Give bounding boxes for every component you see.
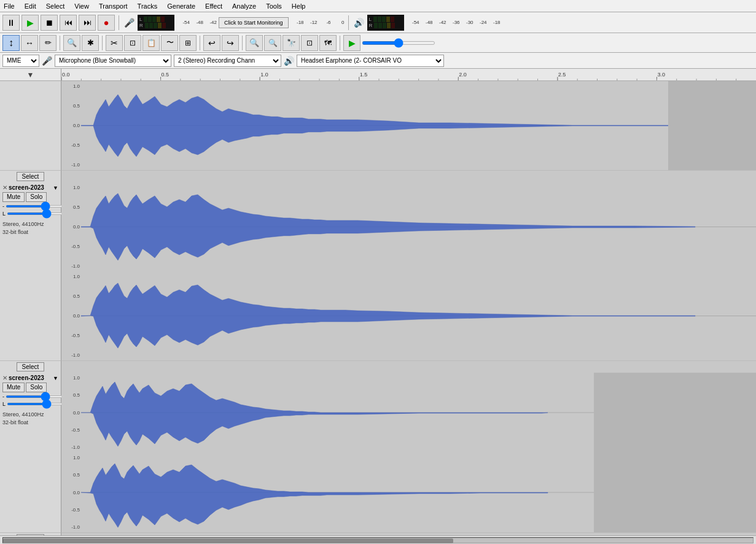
input-device-select[interactable]: Microphone (Blue Snowball) [55, 55, 171, 67]
track-3-shaded-bottom [594, 453, 756, 532]
menu-analyze[interactable]: Analyze [231, 2, 257, 10]
menu-edit[interactable]: Edit [23, 2, 37, 10]
track-2-close-button[interactable]: ✕ [2, 184, 7, 191]
input-meter-scale-right: -18 -12 -6 0 [290, 20, 345, 25]
track-1-svg [81, 81, 756, 170]
track-2-waveform-svg-top [81, 182, 756, 271]
track-2-panel: ✕ screen-2023 ▼ Mute Solo - + L [0, 182, 61, 271]
main-area: 1.0 0.5 0.0 -0.5 -1.0 [0, 81, 756, 535]
track-2-row-bottom: 1.0 0.5 0.0 -0.5 -1.0 [0, 271, 756, 360]
track-3-pan-row: L R [2, 401, 58, 407]
play-at-speed-button[interactable]: ▶ [343, 35, 360, 51]
menu-tracks[interactable]: Tracks [136, 2, 159, 10]
track-1-y-axis: 1.0 0.5 0.0 -0.5 -1.0 [61, 81, 81, 170]
track-3-panel: ✕ screen-2023 ▼ Mute Solo - + L R [0, 373, 61, 453]
track-2-mute-button[interactable]: Mute [2, 192, 25, 202]
audio-host-select[interactable]: MME [2, 55, 39, 67]
menu-transport[interactable]: Transport [98, 2, 129, 10]
selection-tool-button[interactable]: ↕ [2, 35, 20, 51]
zoom-full-button[interactable]: 🗺 [319, 35, 337, 51]
track-3-waveform-bottom[interactable]: 1.0 0.5 0.0 -0.5 -1.0 [61, 453, 756, 532]
zoom-fit-button[interactable]: ⊡ [301, 35, 318, 51]
output-meter-scale: -54 -48 -42 -36 -30 -24 -18 [406, 20, 501, 25]
track-1-shaded-region [668, 81, 756, 170]
silence-button[interactable]: ⊞ [179, 35, 197, 51]
scrollbar-thumb[interactable] [3, 538, 453, 543]
horizontal-scrollbar[interactable] [2, 537, 754, 543]
redo-button[interactable]: ↪ [222, 35, 239, 51]
track-3-mute-button[interactable]: Mute [2, 383, 25, 392]
paste-button[interactable]: 📋 [142, 35, 160, 51]
track-2-collapse-button[interactable]: ▼ [53, 185, 58, 191]
track-3-pan-left: L [2, 401, 6, 407]
y-label-n1.0: -1.0 [63, 162, 80, 168]
track-2-waveform-top[interactable]: 1.0 0.5 0.0 -0.5 -1.0 [61, 182, 756, 271]
track-3-close-button[interactable]: ✕ [2, 375, 7, 381]
undo-button[interactable]: ↩ [203, 35, 220, 51]
menu-help[interactable]: Help [290, 2, 307, 10]
menu-file[interactable]: File [2, 2, 16, 10]
input-level-meter[interactable]: L R [138, 15, 174, 31]
track-2-waveform-bottom[interactable]: 1.0 0.5 0.0 -0.5 -1.0 [61, 271, 756, 360]
menu-effect[interactable]: Effect [204, 2, 224, 10]
menu-select[interactable]: Select [45, 2, 66, 10]
track-2-gain-minus: - [2, 203, 4, 209]
track-3-row: ✕ screen-2023 ▼ Mute Solo - + L R [0, 373, 756, 453]
menu-view[interactable]: View [73, 2, 90, 10]
zoom-selection-button[interactable]: 🔭 [283, 35, 300, 51]
track-2-info: Stereo, 44100Hz32-bit float [2, 220, 58, 236]
draw-tool-button[interactable]: ✏ [39, 35, 57, 51]
envelope-tool-button[interactable]: ↔ [21, 35, 38, 51]
track-2-waveform-svg-bottom [81, 271, 756, 360]
track-3-waveform-svg-top [81, 373, 756, 453]
zoom-in-button[interactable]: 🔍 [246, 35, 263, 51]
ruler-corner: ▼ [0, 69, 61, 80]
track-group-2: ✕ screen-2023 ▼ Mute Solo - + L [0, 182, 756, 373]
bottom-scrollbar-area [0, 535, 756, 544]
stop-button[interactable]: ◼ [41, 15, 58, 31]
track-2-name: screen-2023 [9, 184, 52, 191]
track-2-pan-row: L R [2, 211, 58, 217]
zoom-out-button[interactable]: 🔍 [264, 35, 281, 51]
track-3-solo-button[interactable]: Solo [26, 383, 47, 392]
ruler-marks-area[interactable] [61, 69, 756, 80]
output-device-select[interactable]: Headset Earphone (2- CORSAIR VO [297, 55, 444, 67]
track-2-select-button[interactable]: Select [17, 362, 45, 371]
track-2-mute-solo: Mute Solo [2, 192, 58, 202]
pause-button[interactable]: ⏸ [2, 15, 20, 31]
skip-forward-button[interactable]: ⏭ [79, 15, 96, 31]
output-level-meter[interactable]: L R [367, 15, 404, 31]
separator-2 [348, 15, 349, 30]
speed-slider[interactable] [362, 41, 435, 45]
track-3-title-bar: ✕ screen-2023 ▼ [2, 375, 58, 381]
menu-bar: File Edit Select View Transport Tracks G… [0, 0, 756, 12]
play-button[interactable]: ▶ [21, 15, 39, 31]
track-3-shaded-top [594, 373, 756, 453]
track-3-waveform-svg-bottom [81, 453, 756, 532]
record-button[interactable]: ● [98, 15, 115, 31]
trim-button[interactable]: 〜 [161, 35, 178, 51]
zoom-tool-button[interactable]: 🔍 [63, 35, 80, 51]
monitoring-button[interactable]: Click to Start Monitoring [219, 17, 289, 28]
copy-button[interactable]: ⊡ [124, 35, 141, 51]
output-speaker-icon: 🔊 [284, 56, 294, 66]
menu-tools[interactable]: Tools [265, 2, 283, 10]
track-3-panel-bottom [0, 453, 61, 532]
track-1-select-panel: Select [0, 170, 61, 182]
separator-7 [340, 36, 340, 50]
track-3-collapse-button[interactable]: ▼ [53, 375, 58, 381]
track-2-panel-bottom [0, 271, 61, 360]
track-1-select-button[interactable]: Select [17, 172, 45, 181]
track-3-waveform-top[interactable]: 1.0 0.5 0.0 -0.5 -1.0 [61, 373, 756, 453]
track-2-y-axis-bottom: 1.0 0.5 0.0 -0.5 -1.0 [61, 271, 81, 360]
cut-button[interactable]: ✂ [106, 35, 123, 51]
device-bar: MME 🎤 Microphone (Blue Snowball) 2 (Ster… [0, 53, 756, 69]
menu-generate[interactable]: Generate [166, 2, 197, 10]
multi-tool-button[interactable]: ✱ [82, 35, 99, 51]
channels-select[interactable]: 2 (Stereo) Recording Chann [174, 55, 281, 67]
track-3-name: screen-2023 [9, 375, 52, 381]
track-1-waveform[interactable] [81, 81, 756, 170]
skip-back-button[interactable]: ⏮ [60, 15, 77, 31]
input-meter-scale: -54 -48 -42 [176, 20, 217, 25]
track-2-solo-button[interactable]: Solo [26, 192, 47, 202]
